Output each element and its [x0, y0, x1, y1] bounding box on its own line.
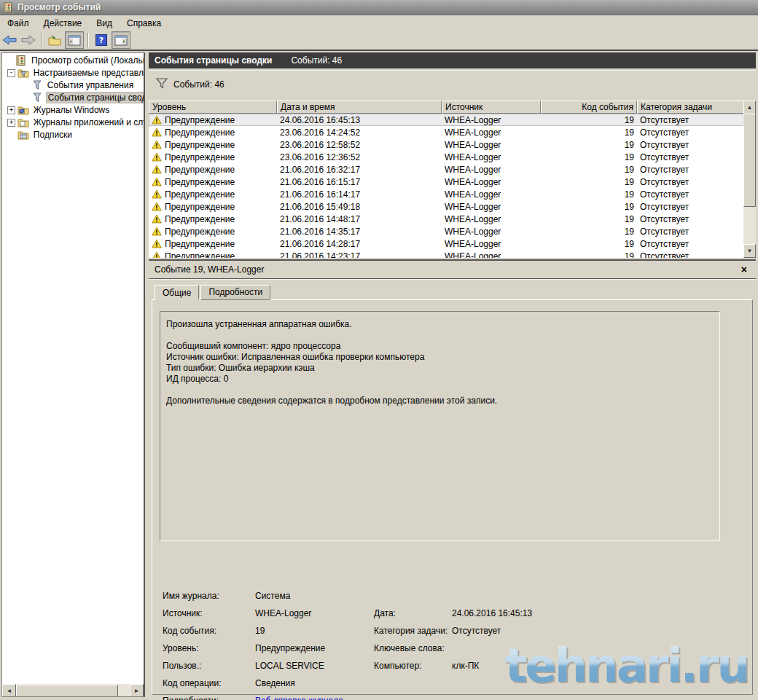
event-log-online-help-link[interactable]: Веб-справка журнала [255, 696, 343, 700]
back-button[interactable] [1, 32, 18, 48]
tree-item-label: Просмотр событий (Локальный) [30, 55, 144, 66]
cell-source: WHEA-Logger [442, 202, 541, 212]
tree-item[interactable]: -Настраиваемые представления [2, 67, 144, 79]
cell-taskcategory: Отсутствует [637, 152, 743, 162]
column-header-datetime[interactable]: Дата и время [277, 101, 442, 114]
table-row[interactable]: Предупреждение23.06.2016 12:36:52WHEA-Lo… [149, 151, 743, 163]
table-row[interactable]: Предупреждение23.06.2016 14:24:52WHEA-Lo… [149, 126, 743, 138]
table-vertical-scrollbar[interactable]: ▲ ▼ [743, 101, 756, 258]
tree-horizontal-scrollbar[interactable]: ◄ ► [2, 684, 144, 696]
warning-icon [152, 214, 162, 224]
cell-eventcode: 19 [541, 227, 637, 237]
menu-file[interactable]: Файл [0, 17, 36, 30]
field-value: Система [255, 591, 290, 601]
cell-taskcategory: Отсутствует [637, 202, 743, 212]
table-row[interactable]: Предупреждение21.06.2016 16:32:17WHEA-Lo… [149, 163, 743, 176]
tree-item[interactable]: События страницы сводки [2, 92, 144, 103]
table-row[interactable]: Предупреждение21.06.2016 15:49:18WHEA-Lo… [149, 200, 743, 213]
column-header-source[interactable]: Источник [442, 101, 541, 114]
table-row[interactable]: Предупреждение21.06.2016 16:14:17WHEA-Lo… [149, 188, 743, 200]
cell-datetime: 23.06.2016 12:36:52 [277, 152, 442, 162]
cell-source: WHEA-Logger [442, 115, 541, 125]
window-title: Просмотр событий [17, 2, 101, 12]
tree-item[interactable]: +Журналы приложений и служб [2, 117, 144, 128]
tree-item[interactable]: Подписки [2, 129, 144, 141]
cell-level: Предупреждение [149, 115, 277, 125]
warning-icon [152, 239, 162, 248]
scroll-left-button[interactable]: ◄ [2, 684, 16, 697]
cell-datetime: 21.06.2016 14:48:17 [277, 214, 442, 224]
show-action-pane-button[interactable] [112, 31, 130, 49]
field-value: Предупреждение [255, 643, 325, 653]
field-value: Отсутствует [452, 626, 501, 636]
cell-eventcode: 19 [541, 239, 637, 249]
cell-datetime: 21.06.2016 15:49:18 [277, 202, 442, 212]
filter-icon [31, 93, 43, 103]
field-row: Имя журнала:Система [160, 588, 745, 605]
folder-filter-icon [17, 68, 29, 78]
cell-taskcategory: Отсутствует [637, 214, 743, 224]
menu-action[interactable]: Действие [36, 17, 90, 30]
cell-taskcategory: Отсутствует [637, 115, 743, 125]
forward-button[interactable] [20, 32, 37, 48]
scroll-up-button[interactable]: ▲ [743, 101, 756, 114]
main-area: Просмотр событий (Локальный)-Настраиваем… [0, 51, 758, 700]
scrollbar-thumb[interactable] [743, 114, 756, 207]
console-pane-icon [114, 35, 128, 46]
title-bar: Просмотр событий [0, 0, 758, 15]
cell-level: Предупреждение [149, 251, 277, 259]
event-detail-title: Событие 19, WHEA-Logger [155, 264, 264, 275]
column-header-eventcode[interactable]: Код события [541, 101, 637, 114]
expand-icon[interactable]: + [7, 119, 15, 127]
results-panel: События страницы сводки Событий: 46 Собы… [149, 51, 756, 700]
table-row[interactable]: Предупреждение24.06.2016 16:45:13WHEA-Lo… [149, 114, 743, 126]
cell-datetime: 21.06.2016 16:14:17 [277, 189, 442, 200]
folder-blue-icon [17, 105, 29, 115]
table-row[interactable]: Предупреждение21.06.2016 14:48:17WHEA-Lo… [149, 213, 743, 225]
console-tree: Просмотр событий (Локальный)-Настраиваем… [2, 55, 144, 683]
column-header-level[interactable]: Уровень [149, 101, 277, 114]
collapse-icon[interactable]: - [7, 69, 15, 77]
cell-taskcategory: Отсутствует [637, 189, 743, 200]
cell-level: Предупреждение [149, 140, 277, 150]
cell-level: Предупреждение [149, 239, 277, 249]
cell-level: Предупреждение [149, 202, 277, 212]
cell-datetime: 21.06.2016 14:35:17 [277, 227, 442, 237]
help-button[interactable]: ? [93, 32, 110, 48]
event-detail-panel: Событие 19, WHEA-Logger × Общие Подробно… [149, 259, 756, 698]
scroll-right-button[interactable]: ► [130, 684, 144, 697]
tree-item[interactable]: +Журналы Windows [2, 104, 144, 116]
table-row[interactable]: Предупреждение21.06.2016 14:23:17WHEA-Lo… [149, 250, 743, 258]
column-header-taskcategory[interactable]: Категория задачи [637, 101, 756, 114]
tree-item-label: События управления [46, 80, 135, 90]
cell-taskcategory: Отсутствует [637, 127, 743, 138]
cell-eventcode: 19 [541, 152, 637, 162]
expand-icon[interactable]: + [7, 106, 15, 114]
field-label: Имя журнала: [163, 591, 219, 601]
back-icon [2, 35, 17, 45]
menu-help[interactable]: Справка [120, 17, 168, 30]
table-row[interactable]: Предупреждение23.06.2016 12:58:52WHEA-Lo… [149, 138, 743, 151]
close-icon[interactable]: × [741, 264, 747, 275]
table-row[interactable]: Предупреждение21.06.2016 14:35:17WHEA-Lo… [149, 225, 743, 237]
scrollbar-thumb[interactable] [16, 685, 118, 697]
toolbar-separator [87, 33, 89, 47]
cell-eventcode: 19 [541, 140, 637, 150]
show-console-tree-button[interactable] [65, 31, 84, 49]
event-viewer-app-icon [3, 2, 13, 12]
field-value: 24.06.2016 16:45:13 [452, 608, 532, 618]
tree-item[interactable]: События управления [2, 79, 144, 91]
cell-eventcode: 19 [541, 189, 637, 200]
table-row[interactable]: Предупреждение21.06.2016 14:28:17WHEA-Lo… [149, 237, 743, 250]
open-saved-log-button[interactable] [46, 32, 63, 48]
event-detail-content: Произошла устраненная аппаратная ошибка.… [152, 299, 753, 695]
table-row[interactable]: Предупреждение21.06.2016 16:15:17WHEA-Lo… [149, 176, 743, 188]
tree-root[interactable]: Просмотр событий (Локальный) [2, 55, 144, 66]
scroll-down-button[interactable]: ▼ [743, 244, 756, 258]
tab-details[interactable]: Подробности [200, 285, 270, 300]
menu-view[interactable]: Вид [89, 17, 120, 30]
cell-level: Предупреждение [149, 177, 277, 187]
tab-general[interactable]: Общие [155, 285, 199, 300]
console-tree-panel: Просмотр событий (Локальный)-Настраиваем… [1, 52, 145, 697]
open-folder-icon [48, 35, 61, 46]
